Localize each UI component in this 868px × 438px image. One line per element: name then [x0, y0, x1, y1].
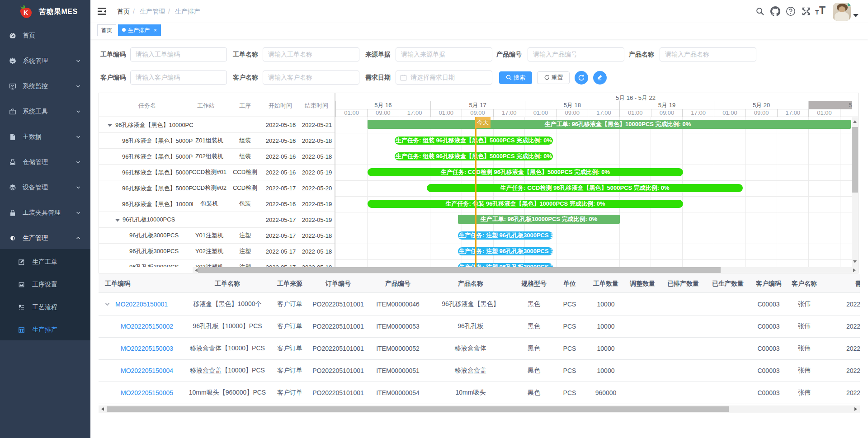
svg-text:K: K	[24, 9, 28, 16]
